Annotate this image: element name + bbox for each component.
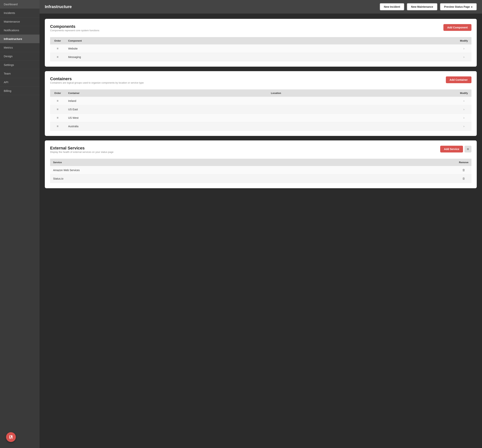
sidebar-item-billing[interactable]: Billing bbox=[0, 87, 40, 95]
sidebar-item-team[interactable]: Team bbox=[0, 69, 40, 78]
preview-status-page-button[interactable]: Preview Status Page ● bbox=[440, 3, 477, 10]
components-table: Order Component Modify ≡ Website › ≡ Mes… bbox=[50, 37, 472, 61]
chevron-right-icon[interactable]: › bbox=[463, 116, 464, 119]
fab-button[interactable] bbox=[6, 432, 16, 442]
sidebar-item-notifications[interactable]: Notifications bbox=[0, 26, 40, 35]
col-remove: Remove bbox=[456, 159, 472, 166]
col-service: Service bbox=[50, 159, 456, 166]
drag-handle-icon[interactable]: ≡ bbox=[57, 108, 58, 111]
drag-handle-icon[interactable]: ≡ bbox=[57, 116, 58, 119]
col-modify: Modify bbox=[456, 37, 472, 44]
sidebar-item-incidents[interactable]: Incidents bbox=[0, 9, 40, 17]
sidebar-item-api[interactable]: API bbox=[0, 78, 40, 87]
drag-handle-icon[interactable]: ≡ bbox=[57, 99, 58, 102]
external-services-table: Service Remove Amazon Web Services 🗑 Sta… bbox=[50, 159, 472, 183]
add-component-button[interactable]: Add Component bbox=[443, 24, 472, 31]
chevron-right-icon[interactable]: › bbox=[463, 99, 464, 102]
containers-title: Containers bbox=[50, 76, 144, 81]
page-header: Infrastructure New Incident New Maintena… bbox=[40, 0, 482, 14]
col-order: Order bbox=[50, 89, 65, 97]
sidebar: DashboardIncidentsMaintenanceNotificatio… bbox=[0, 0, 40, 448]
gear-icon: ⚙ bbox=[467, 148, 469, 151]
containers-card: Containers Containers are logical groups… bbox=[45, 71, 477, 136]
col-modify: Modify bbox=[456, 89, 472, 97]
sidebar-item-maintenance[interactable]: Maintenance bbox=[0, 17, 40, 26]
page-title: Infrastructure bbox=[45, 4, 377, 9]
trash-icon[interactable]: 🗑 bbox=[462, 168, 465, 172]
drag-handle-icon[interactable]: ≡ bbox=[57, 125, 58, 128]
component-name: Messaging bbox=[65, 53, 456, 61]
external-services-title: External Services bbox=[50, 146, 113, 151]
col-order: Order bbox=[50, 37, 65, 44]
container-location bbox=[268, 97, 456, 105]
content-area: Components Components represent core sys… bbox=[40, 14, 482, 448]
chevron-right-icon[interactable]: › bbox=[463, 108, 464, 111]
external-link-icon: ● bbox=[471, 5, 473, 8]
drag-handle-icon[interactable]: ≡ bbox=[57, 47, 58, 50]
external-services-card: External Services Display the health of … bbox=[45, 140, 477, 188]
table-row: ≡ US East › bbox=[50, 105, 472, 114]
add-service-button[interactable]: Add Service bbox=[440, 146, 463, 152]
sidebar-item-infrastructure[interactable]: Infrastructure bbox=[0, 35, 40, 43]
container-location bbox=[268, 122, 456, 131]
table-row: ≡ Messaging › bbox=[50, 53, 472, 61]
table-row: Amazon Web Services 🗑 bbox=[50, 166, 472, 175]
service-name: Amazon Web Services bbox=[50, 166, 456, 175]
components-card: Components Components represent core sys… bbox=[45, 19, 477, 67]
sidebar-item-dashboard[interactable]: Dashboard bbox=[0, 0, 40, 9]
chevron-right-icon[interactable]: › bbox=[463, 125, 464, 128]
sidebar-item-design[interactable]: Design bbox=[0, 52, 40, 61]
table-row: ≡ Ireland › bbox=[50, 97, 472, 105]
main-content: Infrastructure New Incident New Maintena… bbox=[40, 0, 482, 448]
component-name: Website bbox=[65, 44, 456, 53]
table-row: ≡ Website › bbox=[50, 44, 472, 53]
sidebar-item-settings[interactable]: Settings bbox=[0, 61, 40, 69]
external-services-actions: Add Service ⚙ bbox=[440, 146, 472, 152]
container-name: US West bbox=[65, 114, 268, 122]
col-container: Container bbox=[65, 89, 268, 97]
new-incident-button[interactable]: New Incident bbox=[380, 3, 404, 10]
add-container-button[interactable]: Add Container bbox=[446, 76, 472, 83]
components-subtitle: Components represent core system functio… bbox=[50, 29, 99, 32]
containers-subtitle: Containers are logical groups used to or… bbox=[50, 81, 144, 84]
external-services-subtitle: Display the health of external services … bbox=[50, 151, 113, 153]
components-title: Components bbox=[50, 24, 99, 29]
drag-handle-icon[interactable]: ≡ bbox=[57, 55, 58, 58]
container-name: Australia bbox=[65, 122, 268, 131]
table-row: ≡ US West › bbox=[50, 114, 472, 122]
table-row: Status.io 🗑 bbox=[50, 175, 472, 183]
sidebar-item-metrics[interactable]: Metrics bbox=[0, 43, 40, 52]
col-component: Component bbox=[65, 37, 456, 44]
container-name: US East bbox=[65, 105, 268, 114]
table-row: ≡ Australia › bbox=[50, 122, 472, 131]
container-name: Ireland bbox=[65, 97, 268, 105]
containers-table: Order Container Location Modify ≡ Irelan… bbox=[50, 89, 472, 131]
col-location: Location bbox=[268, 89, 456, 97]
settings-button[interactable]: ⚙ bbox=[465, 146, 472, 152]
container-location bbox=[268, 105, 456, 114]
trash-icon[interactable]: 🗑 bbox=[462, 177, 465, 180]
service-name: Status.io bbox=[50, 175, 456, 183]
megaphone-icon bbox=[9, 435, 13, 439]
chevron-right-icon[interactable]: › bbox=[463, 47, 464, 50]
chevron-right-icon[interactable]: › bbox=[463, 55, 464, 58]
container-location bbox=[268, 114, 456, 122]
new-maintenance-button[interactable]: New Maintenance bbox=[407, 3, 437, 10]
